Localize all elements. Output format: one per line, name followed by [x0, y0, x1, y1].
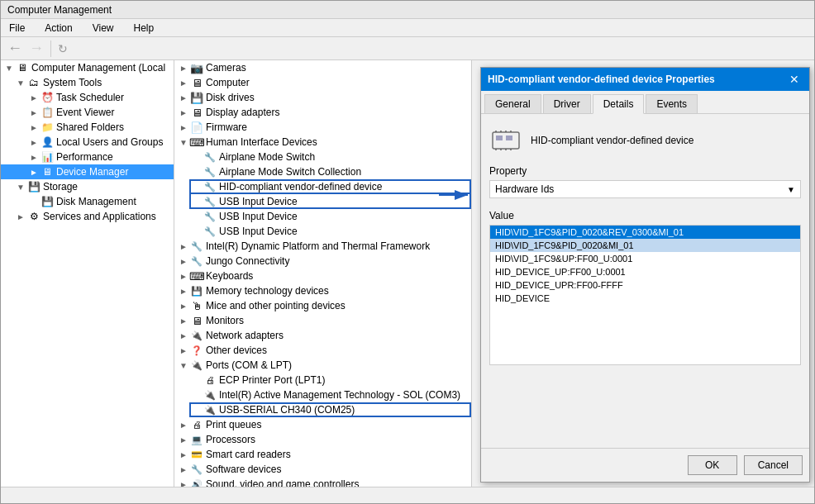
tree-item-system-tools[interactable]: ▼ 🗂 System Tools	[1, 75, 174, 90]
tree-item-task-sched[interactable]: ► ⏰ Task Scheduler	[1, 90, 174, 105]
computer-icon: 🖥	[16, 61, 29, 74]
dev-item-firmware[interactable]: ► 📄 Firmware	[174, 120, 471, 135]
expand-network[interactable]: ►	[178, 331, 189, 340]
dev-item-processors[interactable]: ► 💻 Processors	[174, 432, 471, 447]
expand-display-adapters[interactable]: ►	[178, 108, 189, 117]
dev-item-hid-vendor[interactable]: 🔧 HID-compliant vendor-defined device	[174, 179, 471, 194]
expand-device-mgr[interactable]: ►	[27, 168, 41, 177]
dev-item-network[interactable]: ► 🔌 Network adapters	[174, 328, 471, 343]
tree-item-performance[interactable]: ► 📊 Performance	[1, 150, 174, 164]
tree-item-disk-mgmt[interactable]: 💾 Disk Management	[1, 194, 174, 209]
menu-help[interactable]: Help	[129, 21, 160, 36]
expand-jungo[interactable]: ►	[178, 257, 189, 266]
expand-disk-drives[interactable]: ►	[178, 93, 189, 102]
dev-item-monitors[interactable]: ► 🖥 Monitors	[174, 313, 471, 328]
tree-label-system-tools: System Tools	[43, 77, 102, 88]
tree-item-storage[interactable]: ▼ 💾 Storage	[1, 179, 174, 194]
dev-item-usb-input-1[interactable]: 🔧 USB Input Device	[174, 194, 471, 209]
value-item-2[interactable]: HID\VID_1FC9&UP:FF00_U:0001	[490, 252, 800, 265]
property-dropdown[interactable]: Hardware Ids ▼	[489, 180, 801, 198]
dev-item-disk-drives[interactable]: ► 💾 Disk drives	[174, 90, 471, 105]
expand-airplane-switch	[191, 153, 203, 162]
expand-intel-dynamic[interactable]: ►	[178, 242, 189, 251]
dev-item-display-adapters[interactable]: ► 🖥 Display adapters	[174, 105, 471, 120]
expand-other[interactable]: ►	[178, 346, 189, 355]
tab-general[interactable]: General	[484, 94, 541, 113]
expand-performance[interactable]: ►	[27, 153, 41, 162]
cancel-button[interactable]: Cancel	[744, 455, 803, 475]
ok-button[interactable]: OK	[688, 455, 737, 475]
tree-item-device-mgr[interactable]: ► 🖥 Device Manager	[1, 164, 174, 179]
expand-processors[interactable]: ►	[178, 435, 189, 445]
dev-item-intel-dynamic[interactable]: ► 🔧 Intel(R) Dynamic Platform and Therma…	[174, 239, 471, 254]
tree-item-event-viewer[interactable]: ► 📋 Event Viewer	[1, 105, 174, 120]
expand-sound[interactable]: ►	[178, 480, 189, 487]
expand-firmware[interactable]: ►	[178, 123, 189, 132]
dev-item-intel-active[interactable]: 🔌 Intel(R) Active Management Technology …	[174, 388, 471, 402]
dev-item-sound[interactable]: ► 🔊 Sound, video and game controllers	[174, 477, 471, 487]
expand-ports[interactable]: ▼	[178, 361, 189, 370]
tab-driver[interactable]: Driver	[543, 94, 591, 113]
dev-label-monitors: Monitors	[206, 315, 244, 326]
dev-item-ports[interactable]: ▼ 🔌 Ports (COM & LPT)	[174, 358, 471, 373]
tree-item-svc-apps[interactable]: ► ⚙ Services and Applications	[1, 209, 174, 224]
expand-system-tools[interactable]: ▼	[14, 78, 27, 88]
dev-item-memory-tech[interactable]: ► 💾 Memory technology devices	[174, 283, 471, 298]
value-label: Value	[489, 210, 801, 221]
tree-item-shared-folders[interactable]: ► 📁 Shared Folders	[1, 120, 174, 135]
expand-task-sched[interactable]: ►	[27, 93, 41, 102]
dev-item-hid[interactable]: ▼ ⌨ Human Interface Devices	[174, 135, 471, 150]
tree-item-comp-mgmt[interactable]: ▼ 🖥 Computer Management (Local	[1, 60, 174, 75]
dev-item-airplane-coll[interactable]: 🔧 Airplane Mode Switch Collection	[174, 164, 471, 179]
expand-event-viewer[interactable]: ►	[27, 108, 41, 117]
dev-item-airplane-switch[interactable]: 🔧 Airplane Mode Switch	[174, 150, 471, 164]
menu-file[interactable]: File	[4, 21, 30, 36]
dev-item-mice[interactable]: ► 🖱 Mice and other pointing devices	[174, 298, 471, 313]
dev-item-jungo[interactable]: ► 🔧 Jungo Connectivity	[174, 254, 471, 269]
value-item-4[interactable]: HID_DEVICE_UPR:FF00-FFFF	[490, 278, 800, 292]
expand-cameras[interactable]: ►	[178, 64, 189, 73]
dev-item-keyboards[interactable]: ► ⌨ Keyboards	[174, 269, 471, 283]
expand-smart-card[interactable]: ►	[178, 450, 189, 459]
dev-item-usb-input-3[interactable]: 🔧 USB Input Device	[174, 224, 471, 239]
main-window: Computer Management File Action View Hel…	[0, 0, 815, 504]
dev-item-computer[interactable]: ► 🖥 Computer	[174, 75, 471, 90]
expand-monitors[interactable]: ►	[178, 316, 189, 326]
dev-item-smart-card[interactable]: ► 💳 Smart card readers	[174, 447, 471, 462]
dialog-close-button[interactable]: ✕	[786, 71, 803, 88]
expand-storage[interactable]: ▼	[14, 183, 27, 192]
toolbar-back-icon[interactable]: ←	[7, 40, 22, 57]
expand-icon[interactable]: ▼	[2, 64, 16, 73]
computer-dev-icon: 🖥	[189, 76, 204, 89]
expand-print-queues[interactable]: ►	[178, 421, 189, 430]
expand-hid[interactable]: ▼	[178, 138, 189, 147]
value-item-3[interactable]: HID_DEVICE_UP:FF00_U:0001	[490, 265, 800, 278]
value-item-0[interactable]: HID\VID_1FC9&PID_0020&REV_0300&MI_01	[490, 226, 800, 239]
usb-input-2-icon: 🔧	[203, 210, 217, 223]
expand-shared-folders[interactable]: ►	[27, 123, 41, 132]
value-item-5[interactable]: HID_DEVICE	[490, 292, 800, 305]
airplane-coll-icon: 🔧	[203, 165, 217, 178]
expand-software-dev[interactable]: ►	[178, 465, 189, 474]
value-item-1[interactable]: HID\VID_1FC9&PID_0020&MI_01	[490, 239, 800, 252]
dev-item-print-queues[interactable]: ► 🖨 Print queues	[174, 417, 471, 432]
dev-item-usb-input-2[interactable]: 🔧 USB Input Device	[174, 209, 471, 224]
tree-item-local-users[interactable]: ► 👤 Local Users and Groups	[1, 135, 174, 150]
expand-memory-tech[interactable]: ►	[178, 287, 189, 296]
expand-local-users[interactable]: ►	[27, 138, 41, 147]
tab-details[interactable]: Details	[593, 94, 645, 114]
storage-icon: 💾	[27, 180, 41, 193]
menu-view[interactable]: View	[88, 21, 119, 36]
expand-keyboards[interactable]: ►	[178, 272, 189, 281]
dev-item-other[interactable]: ► ❓ Other devices	[174, 343, 471, 358]
dev-item-usb-serial[interactable]: 🔌 USB-SERIAL CH340 (COM25)	[174, 402, 471, 417]
dev-item-software-dev[interactable]: ► 🔧 Software devices	[174, 462, 471, 477]
expand-svc-apps[interactable]: ►	[14, 212, 27, 221]
tab-events[interactable]: Events	[646, 94, 698, 113]
dev-item-cameras[interactable]: ► 📷 Cameras	[174, 60, 471, 75]
expand-computer[interactable]: ►	[178, 78, 189, 88]
expand-mice[interactable]: ►	[178, 302, 189, 311]
menu-action[interactable]: Action	[40, 21, 77, 36]
dev-item-ecp[interactable]: 🖨 ECP Printer Port (LPT1)	[174, 373, 471, 388]
toolbar-refresh-icon[interactable]: ↻	[58, 42, 68, 55]
